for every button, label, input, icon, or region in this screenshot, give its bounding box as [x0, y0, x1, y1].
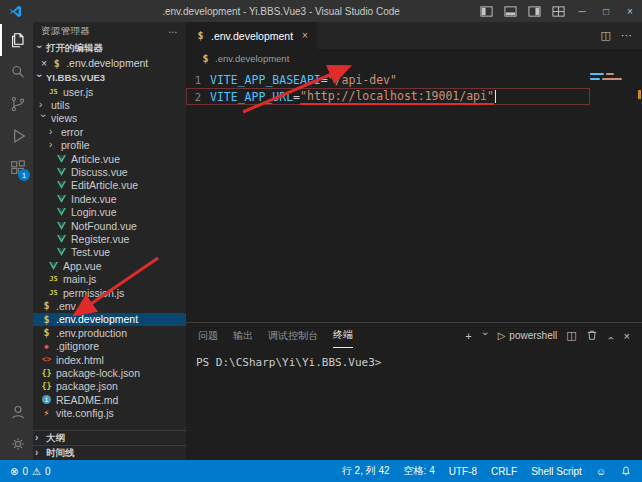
- tree-item[interactable]: JSmain.js: [33, 272, 186, 285]
- more-actions-icon[interactable]: ⋯: [621, 29, 632, 42]
- terminal-shell-selector[interactable]: ▷ powershell: [498, 330, 558, 341]
- vite-config-icon: ⚡: [41, 408, 52, 418]
- run-debug-icon[interactable]: [0, 120, 33, 152]
- tree-folder[interactable]: ›error: [33, 125, 186, 138]
- main-area: 1 资源管理器 ⋯ › 打开的编辑器 × $ .env.development: [0, 22, 642, 460]
- tree-item[interactable]: EditArticle.vue: [33, 179, 186, 192]
- split-terminal-icon[interactable]: ◫: [566, 329, 576, 342]
- tree-item[interactable]: {}package.json: [33, 380, 186, 393]
- tree-item[interactable]: App.vue: [33, 259, 186, 272]
- vue-file-icon: [56, 222, 67, 230]
- vue-file-icon: [48, 262, 59, 270]
- source-control-icon[interactable]: [0, 88, 33, 120]
- warning-icon: ⚠: [32, 466, 41, 477]
- close-panel-icon[interactable]: ×: [624, 330, 630, 342]
- chevron-right-icon: ›: [49, 140, 57, 150]
- project-root-header[interactable]: › YI.BBS.VUE3: [33, 70, 186, 85]
- tree-item[interactable]: Index.vue: [33, 192, 186, 205]
- minimize-button[interactable]: ─: [570, 0, 594, 22]
- search-icon[interactable]: [0, 56, 33, 88]
- tree-item[interactable]: Discuss.vue: [33, 165, 186, 178]
- terminal-prompt: PS D:\CSharp\Yi\Yi.BBS.Vue3>: [196, 356, 381, 369]
- settings-gear-icon[interactable]: [0, 428, 33, 460]
- tree-item-selected[interactable]: $.env.development: [33, 313, 186, 326]
- toggle-secondary-sidebar-icon[interactable]: [522, 0, 546, 22]
- customize-layout-icon[interactable]: [546, 0, 570, 22]
- split-editor-icon[interactable]: ◫: [601, 29, 611, 42]
- editor-group: $ .env.development × ◫ ⋯ $ .env.developm…: [186, 22, 642, 460]
- kill-terminal-icon[interactable]: [586, 329, 598, 343]
- maximize-button[interactable]: □: [594, 0, 618, 22]
- problems-status[interactable]: ⊗ 0 ⚠ 0: [10, 466, 50, 477]
- tree-item[interactable]: Register.vue: [33, 232, 186, 245]
- code-line-2[interactable]: 2 VITE_APP_URL="http://localhost:19001/a…: [186, 88, 590, 105]
- tab-problems[interactable]: 问题: [198, 323, 218, 348]
- extensions-icon[interactable]: 1: [0, 152, 33, 184]
- account-icon[interactable]: [0, 396, 33, 428]
- editor-tab-bar: $ .env.development × ◫ ⋯: [186, 22, 642, 49]
- explorer-icon[interactable]: [0, 24, 33, 56]
- annotated-url-value: "http://localhost:19001/api": [300, 89, 494, 105]
- editor-actions: ◫ ⋯: [601, 22, 642, 49]
- error-icon: ⊗: [10, 466, 18, 477]
- tree-item[interactable]: $.env.production: [33, 326, 186, 339]
- tree-folder[interactable]: ›views: [33, 112, 186, 125]
- vue-file-icon: [56, 235, 67, 243]
- tree-item[interactable]: JSpermission.js: [33, 286, 186, 299]
- tree-item[interactable]: Login.vue: [33, 206, 186, 219]
- timeline-section-header[interactable]: › 时间线: [33, 445, 186, 460]
- launch-profile-chevron-icon[interactable]: ›: [480, 332, 490, 340]
- window-title: .env.development - Yi.BBS.Vue3 - Visual …: [100, 6, 462, 17]
- tree-item[interactable]: <>index.html: [33, 353, 186, 366]
- feedback-smiley-icon[interactable]: ☺: [596, 466, 606, 477]
- toggle-panel-icon[interactable]: [498, 0, 522, 22]
- maximize-panel-icon[interactable]: ›: [606, 332, 616, 340]
- tab-terminal[interactable]: 终端: [333, 323, 353, 348]
- cursor-position[interactable]: 行 2, 列 42: [342, 464, 390, 478]
- terminal-output[interactable]: PS D:\CSharp\Yi\Yi.BBS.Vue3>: [186, 348, 642, 460]
- close-window-button[interactable]: ×: [618, 0, 642, 22]
- overview-ruler-mark: [638, 90, 641, 99]
- breadcrumb[interactable]: $ .env.development: [186, 49, 642, 68]
- toggle-sidebar-icon[interactable]: [474, 0, 498, 22]
- indent-setting[interactable]: 空格: 4: [404, 464, 435, 478]
- new-terminal-icon[interactable]: +: [465, 330, 471, 342]
- code-line-1[interactable]: 1 VITE_APP_BASEAPI="/api-dev": [186, 71, 590, 88]
- views-and-more-actions-icon[interactable]: ⋯: [168, 26, 178, 37]
- open-editor-item[interactable]: × $ .env.development: [33, 56, 186, 70]
- tree-item[interactable]: iREADME.md: [33, 393, 186, 406]
- close-tab-icon[interactable]: ×: [302, 30, 308, 41]
- tree-item[interactable]: {}package-lock.json: [33, 366, 186, 379]
- chevron-down-icon: ›: [38, 114, 48, 122]
- env-file-icon: $: [41, 327, 52, 338]
- tree-item[interactable]: NotFound.vue: [33, 219, 186, 232]
- tree-item[interactable]: ◆.gitignore: [33, 339, 186, 352]
- title-bar: .env.development - Yi.BBS.Vue3 - Visual …: [0, 0, 642, 22]
- js-file-icon: JS: [48, 88, 59, 96]
- tree-item[interactable]: Article.vue: [33, 152, 186, 165]
- open-editors-header[interactable]: › 打开的编辑器: [33, 41, 186, 56]
- tree-folder[interactable]: ›utils: [33, 98, 186, 111]
- tree-folder[interactable]: ›profile: [33, 139, 186, 152]
- eol-setting[interactable]: CRLF: [491, 466, 517, 477]
- tree-item[interactable]: $.env: [33, 299, 186, 312]
- tab-debug-console[interactable]: 调试控制台: [268, 323, 318, 348]
- encoding[interactable]: UTF-8: [449, 466, 477, 477]
- tree-item[interactable]: Test.vue: [33, 246, 186, 259]
- chevron-down-icon: ›: [34, 74, 44, 82]
- outline-section-header[interactable]: › 大纲: [33, 430, 186, 445]
- chevron-right-icon: ›: [49, 127, 57, 137]
- json-file-icon: {}: [41, 381, 52, 391]
- tree-item[interactable]: ⚡vite.config.js: [33, 406, 186, 419]
- code-editor[interactable]: 1 VITE_APP_BASEAPI="/api-dev" 2 VITE_APP…: [186, 68, 642, 322]
- minimap[interactable]: [590, 73, 630, 83]
- vue-file-icon: [56, 248, 67, 256]
- tree-item[interactable]: JSuser.js: [33, 85, 186, 98]
- vue-file-icon: [56, 155, 67, 163]
- language-mode[interactable]: Shell Script: [531, 466, 582, 477]
- vue-file-icon: [56, 195, 67, 203]
- close-editor-icon[interactable]: ×: [41, 57, 47, 69]
- tab-output[interactable]: 输出: [233, 323, 253, 348]
- tab-env-development[interactable]: $ .env.development ×: [186, 22, 317, 49]
- notifications-bell-icon[interactable]: [620, 464, 632, 478]
